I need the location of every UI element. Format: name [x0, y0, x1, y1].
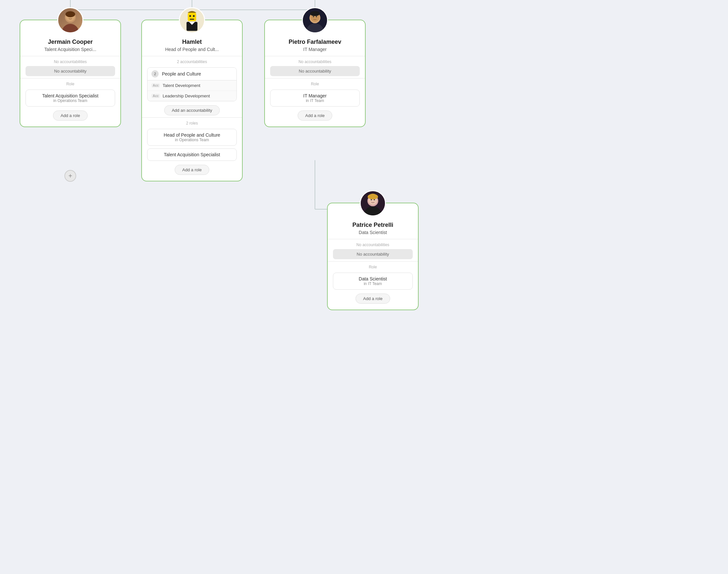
avatar-wrapper-jermain: [57, 7, 83, 33]
divider: [20, 78, 120, 78]
jermain-role-name: Talent Acquisition Specialist: [30, 93, 110, 98]
pietro-role-name: IT Manager: [275, 93, 355, 98]
patrice-name: Patrice Petrelli: [352, 221, 393, 229]
patrice-role-title: Data Scientist: [359, 230, 387, 235]
card-patrice: Patrice Petrelli Data Scientist No accou…: [327, 203, 419, 310]
svg-point-22: [313, 16, 314, 17]
hamlet-acc-badge: 2: [151, 70, 159, 78]
patrice-no-accountability-btn[interactable]: No accountability: [333, 249, 413, 259]
hamlet-role-name-1: Head of People and Culture: [152, 132, 232, 137]
patrice-role-box: Data Scientist in IT Team: [333, 273, 413, 290]
pietro-role-title: IT Manager: [303, 47, 327, 52]
hamlet-role-name-2: Talent Acquisition Specialist: [152, 152, 232, 157]
jermain-add-role-btn[interactable]: Add a role: [53, 111, 87, 121]
card-pietro: Pietro Farfalameev IT Manager No account…: [264, 19, 366, 127]
svg-rect-13: [188, 13, 196, 21]
divider: [265, 56, 365, 56]
svg-point-7: [62, 24, 79, 33]
avatar-wrapper-pietro: [302, 7, 328, 33]
patrice-role-team: in IT Team: [338, 281, 408, 286]
hamlet-acc-item-name-2: Leadership Development: [162, 93, 210, 98]
divider: [142, 56, 242, 56]
hamlet-acc-group-name: People and Culture: [162, 71, 201, 77]
patrice-acc-label: No accountabilities: [356, 243, 389, 247]
hamlet-acc-item-1: Acc Talent Development: [148, 80, 236, 91]
avatar-wrapper-patrice: [360, 190, 386, 216]
pietro-acc-label: No accountabilities: [299, 59, 332, 64]
jermain-role-title: Talent Acquisition Speci...: [44, 47, 97, 52]
hamlet-acc-group-header: 2 People and Culture: [148, 68, 236, 80]
hamlet-acc-item-name-1: Talent Development: [162, 83, 200, 88]
hamlet-roles-count: 2 roles: [186, 121, 198, 126]
card-jermain: Jermain Cooper Talent Acquisition Speci.…: [20, 19, 121, 127]
svg-point-14: [189, 15, 191, 17]
hamlet-role-box-2: Talent Acquisition Specialist: [147, 149, 237, 161]
avatar-pietro: [302, 7, 328, 33]
jermain-role-team: in Operations Team: [30, 98, 110, 103]
patrice-role-name: Data Scientist: [338, 276, 408, 281]
hamlet-acc-item-2: Acc Leadership Development: [148, 91, 236, 101]
hamlet-role-team-1: in Operations Team: [152, 137, 232, 142]
hamlet-name: Hamlet: [182, 39, 202, 45]
jermain-role-box: Talent Acquisition Specialist in Operati…: [26, 90, 115, 107]
hamlet-add-role-btn[interactable]: Add a role: [175, 165, 209, 175]
hamlet-role-box-1: Head of People and Culture in Operations…: [147, 129, 237, 146]
patrice-add-role-btn[interactable]: Add a role: [355, 293, 390, 304]
pietro-no-accountability-btn[interactable]: No accountability: [270, 66, 360, 76]
divider: [328, 239, 418, 239]
pietro-role-team: in IT Team: [275, 98, 355, 103]
org-chart-canvas: Jermain Cooper Talent Acquisition Speci.…: [0, 0, 728, 574]
hamlet-add-acc-btn[interactable]: Add an accountability: [164, 105, 220, 115]
jermain-no-accountability-btn[interactable]: No accountability: [26, 66, 115, 76]
plus-icon: +: [68, 172, 72, 180]
svg-rect-16: [190, 18, 194, 19]
divider: [20, 56, 120, 56]
svg-point-23: [316, 16, 317, 17]
card-hamlet: Hamlet Head of People and Cult... 2 acco…: [141, 19, 243, 181]
avatar-hamlet: [179, 7, 205, 33]
jermain-role-section: Role: [66, 82, 75, 86]
pietro-role-section: Role: [311, 82, 319, 86]
svg-point-24: [310, 11, 320, 16]
avatar-wrapper-hamlet: [179, 7, 205, 33]
acc-tag-1: Acc: [151, 83, 160, 88]
pietro-role-box: IT Manager in IT Team: [270, 90, 360, 107]
divider: [142, 117, 242, 118]
jermain-name: Jermain Cooper: [48, 39, 92, 45]
acc-tag-2: Acc: [151, 94, 160, 98]
divider: [265, 78, 365, 78]
avatar-jermain: [57, 7, 83, 33]
divider: [328, 261, 418, 261]
avatar-patrice: [360, 190, 386, 216]
hamlet-acc-count: 2 accountabilities: [177, 59, 207, 64]
patrice-role-section: Role: [369, 265, 377, 269]
hamlet-role-title: Head of People and Cult...: [165, 47, 219, 52]
pietro-add-role-btn[interactable]: Add a role: [298, 111, 332, 121]
svg-point-11: [66, 11, 75, 17]
hamlet-acc-group: 2 People and Culture Acc Talent Developm…: [147, 67, 237, 101]
pietro-name: Pietro Farfalameev: [289, 39, 341, 45]
svg-point-15: [193, 15, 195, 17]
add-person-btn[interactable]: +: [65, 170, 76, 182]
jermain-acc-label: No accountabilities: [54, 59, 87, 64]
